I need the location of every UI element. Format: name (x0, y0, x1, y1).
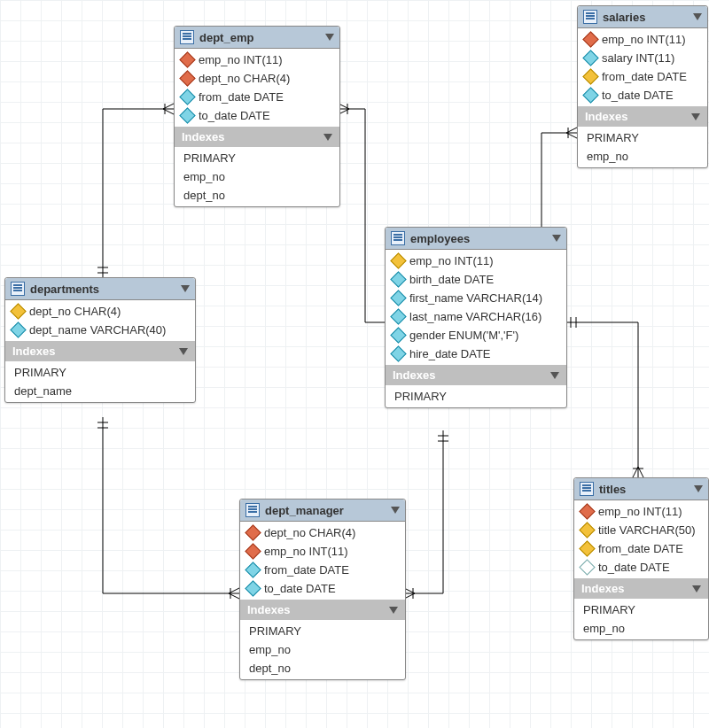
chevron-down-icon[interactable] (550, 372, 559, 379)
column-icon (245, 561, 261, 577)
column[interactable]: hire_date DATE (386, 345, 566, 363)
table-icon (11, 282, 25, 296)
column[interactable]: to_date DATE (578, 86, 707, 105)
entity-header[interactable]: titles (574, 478, 708, 500)
columns: emp_no INT(11) dept_no CHAR(4) from_date… (175, 49, 339, 127)
index-item[interactable]: emp_no (578, 147, 707, 166)
chevron-down-icon[interactable] (552, 235, 561, 242)
column[interactable]: to_date DATE (175, 106, 339, 125)
column-icon (390, 290, 406, 306)
entity-dept-emp[interactable]: dept_emp emp_no INT(11) dept_no CHAR(4) … (174, 26, 340, 207)
column[interactable]: emp_no INT(11) (175, 50, 339, 69)
column-nullable-icon (579, 559, 595, 575)
entity-departments[interactable]: departments dept_no CHAR(4) dept_name VA… (4, 277, 196, 403)
column-icon (582, 50, 598, 66)
column[interactable]: salary INT(11) (578, 49, 707, 67)
indexes: PRIMARY emp_no dept_no (175, 147, 339, 206)
index-item[interactable]: PRIMARY (574, 600, 708, 619)
column[interactable]: birth_date DATE (386, 270, 566, 289)
fk-key-icon (179, 70, 195, 86)
indexes: PRIMARY (386, 385, 566, 407)
chevron-down-icon[interactable] (325, 34, 334, 41)
index-item[interactable]: dept_no (175, 186, 339, 205)
chevron-down-icon[interactable] (692, 585, 701, 592)
column[interactable]: dept_name VARCHAR(40) (5, 321, 195, 339)
entity-employees[interactable]: employees emp_no INT(11) birth_date DATE… (385, 227, 567, 408)
entity-header[interactable]: dept_manager (240, 500, 405, 522)
index-item[interactable]: emp_no (175, 167, 339, 186)
column-icon (10, 321, 26, 337)
pk-key-icon (579, 540, 595, 556)
index-item[interactable]: dept_name (5, 382, 195, 400)
chevron-down-icon[interactable] (323, 134, 332, 141)
column[interactable]: emp_no INT(11) (386, 252, 566, 270)
erd-canvas[interactable]: dept_emp emp_no INT(11) dept_no CHAR(4) … (0, 0, 709, 728)
chevron-down-icon[interactable] (391, 507, 400, 514)
column[interactable]: from_date DATE (574, 539, 708, 558)
column[interactable]: from_date DATE (578, 67, 707, 86)
column[interactable]: emp_no INT(11) (578, 30, 707, 49)
column[interactable]: emp_no INT(11) (574, 502, 708, 521)
index-item[interactable]: PRIMARY (578, 128, 707, 147)
column[interactable]: last_name VARCHAR(16) (386, 307, 566, 326)
column[interactable]: to_date DATE (240, 579, 405, 598)
entity-dept-manager[interactable]: dept_manager dept_no CHAR(4) emp_no INT(… (239, 499, 406, 680)
columns: emp_no INT(11) title VARCHAR(50) from_da… (574, 500, 708, 578)
entity-salaries[interactable]: salaries emp_no INT(11) salary INT(11) f… (577, 5, 708, 168)
indexes: PRIMARY emp_no (574, 599, 708, 639)
table-icon (180, 30, 194, 44)
indexes-header[interactable]: Indexes (386, 365, 566, 385)
table-icon (583, 10, 597, 24)
table-icon (580, 482, 594, 496)
indexes: PRIMARY emp_no dept_no (240, 620, 405, 679)
indexes-header[interactable]: Indexes (5, 341, 195, 361)
entity-title: departments (30, 283, 99, 296)
index-item[interactable]: emp_no (240, 640, 405, 659)
column-icon (179, 89, 195, 105)
indexes-header[interactable]: Indexes (574, 578, 708, 599)
indexes-header[interactable]: Indexes (578, 106, 707, 127)
column[interactable]: dept_no CHAR(4) (175, 69, 339, 88)
chevron-down-icon[interactable] (693, 13, 702, 20)
entity-header[interactable]: employees (386, 228, 566, 250)
index-item[interactable]: PRIMARY (5, 363, 195, 382)
column-icon (390, 271, 406, 287)
entity-header[interactable]: departments (5, 278, 195, 300)
chevron-down-icon[interactable] (181, 285, 190, 292)
fk-key-icon (245, 524, 261, 540)
columns: dept_no CHAR(4) emp_no INT(11) from_date… (240, 522, 405, 600)
column[interactable]: title VARCHAR(50) (574, 521, 708, 539)
column[interactable]: first_name VARCHAR(14) (386, 289, 566, 307)
chevron-down-icon[interactable] (694, 485, 703, 492)
indexes: PRIMARY dept_name (5, 361, 195, 402)
entity-header[interactable]: dept_emp (175, 27, 339, 49)
index-item[interactable]: emp_no (574, 619, 708, 638)
index-item[interactable]: PRIMARY (386, 387, 566, 406)
entity-title: dept_manager (265, 504, 344, 517)
chevron-down-icon[interactable] (389, 607, 398, 614)
entity-header[interactable]: salaries (578, 6, 707, 28)
index-item[interactable]: PRIMARY (175, 149, 339, 167)
column[interactable]: to_date DATE (574, 558, 708, 577)
chevron-down-icon[interactable] (179, 348, 188, 355)
table-icon (391, 231, 405, 245)
fk-key-icon (179, 51, 195, 67)
fk-key-icon (245, 543, 261, 559)
indexes-header[interactable]: Indexes (240, 600, 405, 620)
index-item[interactable]: dept_no (240, 659, 405, 678)
column-icon (179, 107, 195, 123)
column[interactable]: dept_no CHAR(4) (240, 523, 405, 542)
column-icon (390, 308, 406, 324)
index-item[interactable]: PRIMARY (240, 622, 405, 640)
indexes-header[interactable]: Indexes (175, 127, 339, 147)
column[interactable]: emp_no INT(11) (240, 542, 405, 561)
column[interactable]: from_date DATE (175, 88, 339, 106)
column[interactable]: dept_no CHAR(4) (5, 302, 195, 321)
column-icon (390, 327, 406, 343)
chevron-down-icon[interactable] (691, 113, 700, 120)
column[interactable]: from_date DATE (240, 561, 405, 579)
entity-title: dept_emp (199, 31, 253, 44)
column[interactable]: gender ENUM('M','F') (386, 326, 566, 345)
fk-key-icon (582, 31, 598, 47)
entity-titles[interactable]: titles emp_no INT(11) title VARCHAR(50) … (573, 477, 709, 640)
